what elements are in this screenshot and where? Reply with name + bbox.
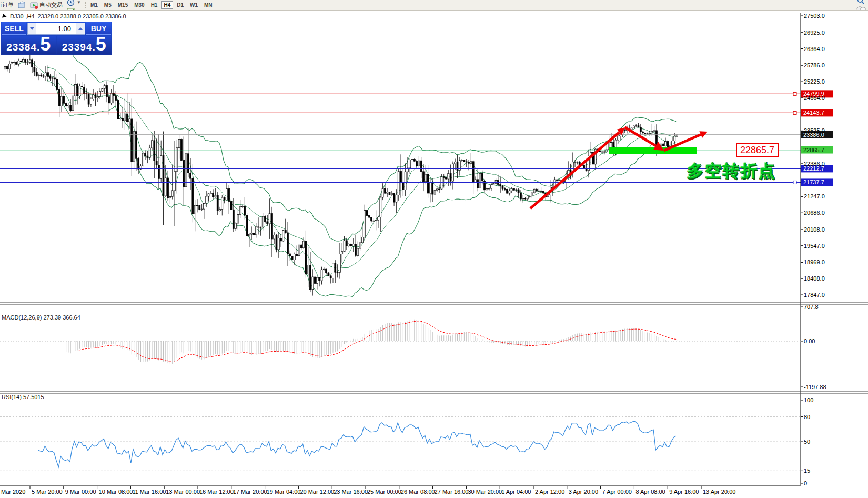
autotrade-icon <box>30 1 38 9</box>
timeframe-m30[interactable]: M30 <box>132 1 147 9</box>
chat-button[interactable] <box>854 5 868 11</box>
timeframe-w1[interactable]: W1 <box>187 1 200 9</box>
cloud-chart-icon <box>18 1 26 9</box>
time-axis-label: Mar 2020 <box>1 489 25 495</box>
search-icon <box>856 0 865 5</box>
time-axis-label: 7 Apr 00:00 <box>602 489 632 495</box>
price-axis-label: 19547.0 <box>804 243 825 249</box>
sell-button[interactable]: SELL <box>2 22 26 35</box>
price-axis-label: 23525.0 <box>804 127 825 134</box>
spinner-up-icon <box>78 27 83 30</box>
toolbar: 新订单 自动交易 ▼▼▼EFAT▼ M1M5M15M30H1H4D1W1MN <box>0 0 868 11</box>
macd-axis-label: 0.00 <box>804 338 815 344</box>
chat-icon <box>856 6 866 11</box>
timeframe-h1[interactable]: H1 <box>148 1 160 9</box>
time-axis-label: 16 Mar 12:00 <box>199 489 234 495</box>
price-main: 23394. <box>62 42 96 53</box>
ask-price[interactable]: 23394.5 <box>57 36 112 54</box>
time-axis-label: 11 Mar 16:00 <box>132 489 166 495</box>
macd-axis-label: -1197.88 <box>804 384 826 390</box>
volume-increase-button[interactable] <box>76 23 85 34</box>
time-axis-label: 25 Mar 00:00 <box>367 489 401 495</box>
bollinger-bands <box>18 49 676 297</box>
time-axis-label: 27 Mar 16:00 <box>435 489 469 495</box>
volume-spinner: 1.00 <box>27 23 85 35</box>
spinner-down-icon <box>30 27 34 30</box>
periods-button[interactable]: ▼ <box>65 0 83 7</box>
autotrade-label: 自动交易 <box>39 1 63 9</box>
time-axis-label: 10 Mar 08:00 <box>99 489 133 495</box>
rsi-axis-label: 100 <box>804 397 813 403</box>
bid-price[interactable]: 23384.5 <box>2 36 56 54</box>
chart-ohlc: 23328.0 23388.0 23305.0 23386.0 <box>37 13 126 19</box>
line-handle <box>793 181 796 184</box>
rsi-panel: 1008050150 <box>0 397 813 486</box>
price-big-digit: 5 <box>40 36 51 52</box>
autotrade-button[interactable]: 自动交易 <box>28 1 65 9</box>
rsi-label: RSI(14) 57.5015 <box>2 394 44 400</box>
volume-decrease-button[interactable] <box>28 23 36 34</box>
support-zone-bar[interactable] <box>609 147 697 154</box>
new-order-button[interactable]: 新订单 <box>0 1 16 9</box>
rsi-axis-label: 80 <box>804 414 810 420</box>
price-axis-label: 18408.0 <box>804 275 825 282</box>
toolbar-grip[interactable] <box>85 2 86 8</box>
line-handle <box>793 92 796 95</box>
timeframe-m1[interactable]: M1 <box>88 1 100 9</box>
time-axis-label: 23 Mar 16:00 <box>334 489 368 495</box>
price-axis-label: 25225.0 <box>804 78 825 85</box>
rsi-axis-label: 50 <box>804 439 810 445</box>
macd-panel <box>0 320 801 364</box>
time-axis-label: 20 Mar 12:00 <box>300 489 334 495</box>
timeframe-h4[interactable]: H4 <box>161 1 173 9</box>
time-axis-label: 30 Mar 20:00 <box>468 489 502 495</box>
price-callout[interactable]: 22865.7 <box>736 143 779 157</box>
timeframe-d1[interactable]: D1 <box>174 1 186 9</box>
price-axis-label: 20686.0 <box>804 210 825 216</box>
time-axis-label: 13 Apr 20:00 <box>703 489 735 495</box>
time-axis-label: 1 Apr 04:00 <box>501 489 531 495</box>
price-axis-label: 17847.0 <box>804 292 825 298</box>
price-axis-label: 21247.0 <box>804 193 825 200</box>
axis-price-tag-label: 21737.7 <box>803 179 824 185</box>
price-main: 23384. <box>6 42 40 53</box>
price-axis-label: 26925.0 <box>804 29 825 36</box>
one-click-trading-panel: SELL 1.00 BUY 23384.5 23394.5 <box>1 22 112 55</box>
price-axis-label: 26364.0 <box>804 46 825 52</box>
price-axis-label: 25786.0 <box>804 62 825 68</box>
search-button[interactable] <box>854 0 867 5</box>
timeframe-group: M1M5M15M30H1H4D1W1MN <box>83 1 216 9</box>
time-axis-label: 9 Apr 16:00 <box>669 489 699 495</box>
periods-icon <box>67 0 75 6</box>
timeframe-m15[interactable]: M15 <box>115 1 130 9</box>
time-axis-label: 26 Mar 08:00 <box>401 489 435 495</box>
macd-label: MACD(12,26,9) 273.39 366.64 <box>2 314 80 321</box>
chevron-down-icon: ▼ <box>77 0 81 5</box>
price-axis-label: 24664.0 <box>804 95 825 101</box>
chart-window[interactable]: 24799.924143.723386.022865.722212.721737… <box>0 11 868 498</box>
rsi-axis-label: 0 <box>804 480 807 486</box>
volume-input[interactable]: 1.00 <box>36 23 76 34</box>
cn-annotation[interactable]: 多空转折点 <box>687 160 776 182</box>
time-axis-label: 2 Apr 12:00 <box>535 489 564 495</box>
mt4-terminal: 新订单 自动交易 ▼▼▼EFAT▼ M1M5M15M30H1H4D1W1MN 2… <box>0 0 868 498</box>
timeframe-mn[interactable]: MN <box>201 1 215 9</box>
axis-price-tag-label: 24143.7 <box>803 109 824 116</box>
price-axis-label: 20108.0 <box>804 226 825 233</box>
time-axis-label: 17 Mar 20:00 <box>233 489 267 495</box>
time-axis: Mar 20205 Mar 20:009 Mar 00:0010 Mar 08:… <box>1 486 735 495</box>
time-axis-label: 8 Apr 08:00 <box>635 489 665 495</box>
candlesticks <box>4 55 678 295</box>
chart-symbol-period: DJ30-,H4 <box>10 13 34 19</box>
price-chart[interactable]: 24799.924143.723386.022865.722212.721737… <box>0 11 868 498</box>
chart-marker-icon <box>2 14 7 19</box>
time-axis-label: 9 Mar 00:00 <box>65 489 96 495</box>
time-axis-label: 5 Mar 20:00 <box>32 489 63 495</box>
timeframe-m5[interactable]: M5 <box>102 1 114 9</box>
templates-button[interactable]: ▼ <box>65 7 83 11</box>
new-order-label: 新订单 <box>0 1 14 9</box>
price-axis-label: 27503.0 <box>804 13 825 19</box>
cloud-chart-button[interactable] <box>16 1 28 9</box>
time-axis-label: 19 Mar 04:00 <box>267 489 301 495</box>
rsi-axis-label: 15 <box>804 467 810 474</box>
